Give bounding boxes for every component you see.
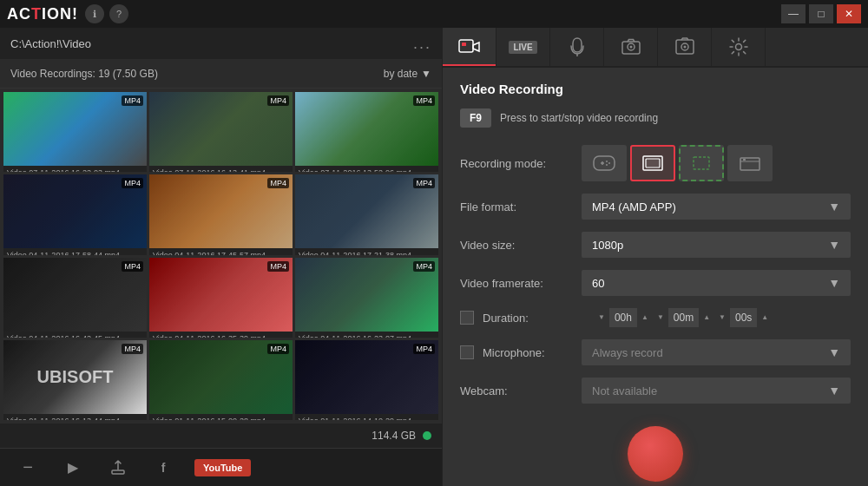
duration-minutes-up[interactable]: ▲ bbox=[700, 313, 713, 322]
tab-video[interactable] bbox=[443, 28, 496, 66]
microphone-row: Microphone: Always record ▼ bbox=[460, 339, 851, 365]
thumb-filename: Video 04-11-2016 17-58-44.mp4 bbox=[3, 248, 147, 254]
list-item[interactable]: MP4Video 04-11-2016 16-23-07.mp4 bbox=[295, 258, 438, 338]
list-item[interactable]: MP4Video 04-11-2016 16-42-45.mp4 bbox=[3, 258, 147, 338]
live-badge: LIVE bbox=[509, 41, 536, 54]
thumb-filename: Video 07-11-2016 13-52-06.mp4 bbox=[295, 166, 438, 172]
help-icon[interactable]: ? bbox=[109, 4, 128, 23]
file-format-select[interactable]: MP4 (AMD APP) ▼ bbox=[582, 194, 851, 220]
thumb-filename: Video 07-11-2016 16-13-41.mp4 bbox=[149, 166, 293, 172]
mode-screen-button[interactable] bbox=[630, 145, 675, 181]
tab-screenshot[interactable] bbox=[658, 28, 712, 66]
tab-audio[interactable] bbox=[550, 28, 604, 66]
current-path: C:\Action!\Video bbox=[10, 37, 91, 50]
thumb-format-label: MP4 bbox=[413, 178, 435, 188]
video-framerate-select[interactable]: 60 ▼ bbox=[582, 270, 851, 296]
storage-bar: 114.4 GB bbox=[0, 424, 442, 448]
list-item[interactable]: MP4Video 04-11-2016 16-35-39.mp4 bbox=[149, 258, 293, 338]
tab-settings[interactable] bbox=[712, 28, 766, 66]
video-framerate-arrow-icon: ▼ bbox=[828, 276, 840, 290]
video-size-select[interactable]: 1080p ▼ bbox=[582, 232, 851, 258]
webcam-select[interactable]: Not available ▼ bbox=[582, 378, 851, 404]
settings-tab-icon bbox=[729, 37, 748, 56]
mode-region-button[interactable] bbox=[679, 145, 724, 181]
maximize-button[interactable]: □ bbox=[809, 4, 833, 23]
mode-window-button[interactable] bbox=[727, 145, 773, 181]
svg-rect-1 bbox=[459, 40, 473, 52]
microphone-select[interactable]: Always record ▼ bbox=[582, 339, 851, 365]
tab-live[interactable]: LIVE bbox=[496, 28, 550, 66]
svg-rect-19 bbox=[694, 157, 709, 169]
list-item[interactable]: MP4Video 04-11-2016 17-58-44.mp4 bbox=[3, 174, 147, 254]
microphone-value: Always record bbox=[592, 346, 663, 359]
duration-seconds-field: ▼ 00s ▲ bbox=[716, 308, 771, 327]
upload-icon bbox=[109, 459, 127, 476]
titlebar: ACTION! ℹ ? — □ ✕ bbox=[0, 0, 868, 28]
list-item[interactable]: MP4Video 04-11-2016 17-45-57.mp4 bbox=[149, 174, 293, 254]
svg-point-15 bbox=[608, 162, 610, 164]
tab-bar: LIVE bbox=[443, 28, 868, 68]
duration-hours-up[interactable]: ▲ bbox=[639, 313, 651, 322]
settings-area: Video Recording F9 Press to start/stop v… bbox=[443, 68, 868, 486]
microphone-arrow-icon: ▼ bbox=[828, 345, 840, 359]
facebook-button[interactable]: f bbox=[149, 454, 177, 482]
hotkey-badge[interactable]: F9 bbox=[460, 108, 491, 128]
recording-mode-label: Recording mode: bbox=[460, 157, 582, 170]
webcam-arrow-icon: ▼ bbox=[828, 384, 840, 397]
file-format-row: File format: MP4 (AMD APP) ▼ bbox=[460, 194, 851, 220]
duration-seconds-up[interactable]: ▲ bbox=[759, 313, 771, 322]
record-button[interactable] bbox=[628, 426, 683, 482]
sort-chevron-icon: ▼ bbox=[421, 68, 431, 80]
duration-seconds-value: 00s bbox=[730, 308, 757, 327]
tab-webcam[interactable] bbox=[604, 28, 658, 66]
sort-control[interactable]: by date ▼ bbox=[384, 68, 431, 80]
upload-button[interactable] bbox=[104, 454, 132, 482]
thumb-format-label: MP4 bbox=[267, 95, 289, 106]
thumb-format-label: MP4 bbox=[267, 178, 289, 188]
thumb-format-label: MP4 bbox=[413, 261, 435, 272]
file-format-label: File format: bbox=[460, 200, 582, 213]
duration-seconds-down[interactable]: ▼ bbox=[716, 313, 728, 322]
list-item[interactable]: MP4Video 01-11-2016 15-00-28.mp4 bbox=[149, 340, 293, 420]
play-button[interactable]: ▶ bbox=[59, 454, 87, 482]
duration-minutes-down[interactable]: ▼ bbox=[654, 313, 667, 322]
svg-rect-18 bbox=[646, 159, 660, 167]
video-size-label: Video size: bbox=[460, 239, 582, 252]
hotkey-row: F9 Press to start/stop video recording bbox=[460, 108, 851, 128]
list-item[interactable]: MP4Video 01-11-2016 14-10-29.mp4 bbox=[295, 340, 438, 420]
list-item[interactable]: UBISOFTMP4Video 01-11-2016 16-13-44.mp4 bbox=[3, 340, 147, 420]
duration-hours-down[interactable]: ▼ bbox=[595, 313, 608, 322]
thumb-filename: Video 04-11-2016 17-45-57.mp4 bbox=[149, 248, 293, 254]
section-title: Video Recording bbox=[460, 82, 851, 96]
list-item[interactable]: MP4Video 07-11-2016 16-22-03.mp4 bbox=[3, 92, 147, 172]
video-framerate-value: 60 bbox=[592, 277, 604, 290]
minimize-button[interactable]: — bbox=[781, 4, 806, 23]
duration-hours-arrows: ▼ bbox=[595, 313, 608, 322]
svg-rect-0 bbox=[112, 470, 124, 474]
recording-mode-control bbox=[582, 145, 851, 181]
list-item[interactable]: MP4Video 07-11-2016 13-52-06.mp4 bbox=[295, 92, 438, 172]
thumb-filename: Video 01-11-2016 14-10-29.mp4 bbox=[295, 414, 438, 420]
window-controls: — □ ✕ bbox=[781, 4, 861, 23]
mode-game-button[interactable] bbox=[582, 145, 627, 181]
sort-label: by date bbox=[384, 68, 418, 80]
youtube-button[interactable]: YouTube bbox=[194, 459, 251, 476]
webcam-tab-icon bbox=[621, 38, 641, 56]
record-area bbox=[460, 416, 851, 486]
duration-checkbox[interactable] bbox=[460, 311, 474, 325]
list-item[interactable]: MP4Video 04-11-2016 17-21-38.mp4 bbox=[295, 174, 438, 254]
list-item[interactable]: MP4Video 07-11-2016 16-13-41.mp4 bbox=[149, 92, 293, 172]
microphone-checkbox[interactable] bbox=[460, 345, 474, 359]
svg-point-16 bbox=[606, 164, 608, 166]
svg-point-10 bbox=[735, 44, 741, 50]
close-button[interactable]: ✕ bbox=[837, 4, 861, 23]
left-panel: C:\Action!\Video ... Video Recordings: 1… bbox=[0, 28, 443, 486]
thumb-filename: Video 04-11-2016 17-21-38.mp4 bbox=[295, 248, 438, 254]
thumbnails-grid: MP4Video 07-11-2016 16-22-03.mp4MP4Video… bbox=[0, 89, 442, 424]
path-menu-button[interactable]: ... bbox=[413, 35, 431, 53]
thumb-format-label: MP4 bbox=[122, 95, 143, 106]
recording-mode-row: Recording mode: bbox=[460, 145, 851, 181]
info-icon[interactable]: ℹ bbox=[85, 4, 104, 23]
storage-amount: 114.4 GB bbox=[372, 430, 416, 442]
remove-button[interactable]: − bbox=[14, 454, 42, 482]
